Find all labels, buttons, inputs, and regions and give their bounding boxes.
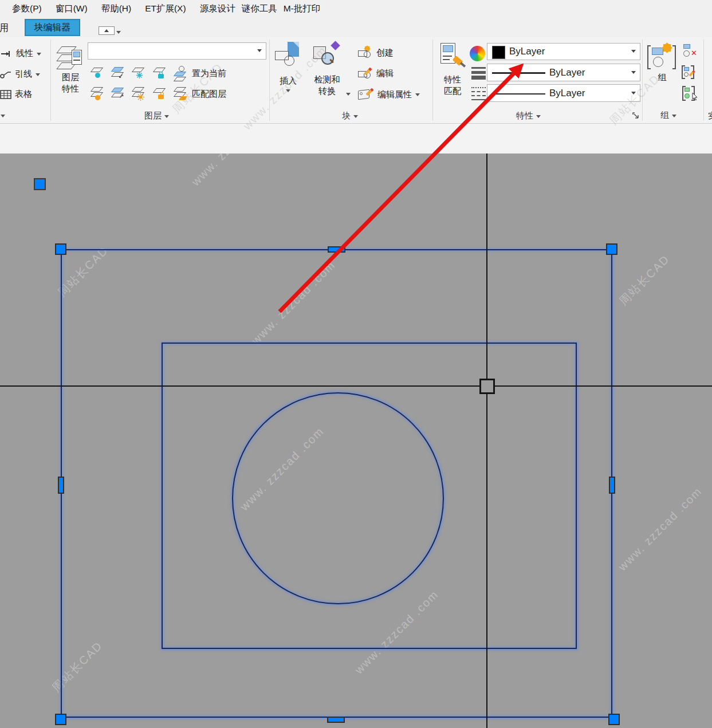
annotation-panel-chevron[interactable] <box>1 115 5 120</box>
layer-unlock-button[interactable] <box>153 86 169 103</box>
star-icon <box>331 41 340 50</box>
lineweight-icon[interactable] <box>471 66 486 80</box>
layer-panel-label[interactable]: 图层 <box>144 111 169 121</box>
table-label: 表格 <box>15 89 32 100</box>
grip-midpoint-left[interactable] <box>58 477 64 494</box>
menu-item-et-extension[interactable]: ET扩展(X) <box>145 3 186 15</box>
match-properties-button[interactable]: 特性匹配 <box>437 42 468 97</box>
watermark: www. zzzcad .com <box>189 154 278 188</box>
tab-block-editor[interactable]: 块编辑器 <box>25 19 80 36</box>
grip-corner-bottom-right[interactable] <box>608 714 620 725</box>
layer-freeze-button[interactable] <box>132 66 148 82</box>
crosshair-horizontal <box>0 385 712 387</box>
unlock-icon <box>158 95 164 99</box>
star-icon <box>663 44 671 52</box>
chevron-down-icon <box>631 92 636 97</box>
insert-block-icon <box>275 42 301 75</box>
table-button[interactable]: 表格 <box>0 89 32 100</box>
grip-corner-bottom-left[interactable] <box>55 714 66 725</box>
cursor-icon <box>692 93 698 100</box>
grip-midpoint-right[interactable] <box>609 477 615 494</box>
panel-separator <box>50 40 51 121</box>
menu-item-parameters[interactable]: 参数(P) <box>12 3 42 15</box>
linear-label: 线性 <box>16 48 33 59</box>
menu-item-window[interactable]: 窗口(W) <box>56 3 88 15</box>
minimize-ribbon-dropdown[interactable] <box>116 28 121 36</box>
collapse-icon <box>104 27 109 32</box>
layer-select-combo[interactable] <box>88 42 266 60</box>
group-edit-button[interactable] <box>682 65 698 80</box>
layer-properties-button[interactable]: 图层特性 <box>55 42 86 95</box>
match-layer-button[interactable]: 匹配图层 <box>192 89 226 100</box>
properties-panel-label[interactable]: 特性 <box>516 111 541 121</box>
edit-block-button[interactable]: 编辑 <box>358 67 394 80</box>
block-panel-label-text: 块 <box>342 111 351 121</box>
layer-properties-icon <box>57 42 84 72</box>
insert-block-button[interactable]: 插入 <box>274 42 302 95</box>
block-editor-canvas[interactable]: 周站长CAD www. zzzcad .com www. zzzcad .com… <box>0 154 712 728</box>
tab-home-partial[interactable]: 应用 <box>0 20 19 36</box>
panel-separator <box>432 40 433 121</box>
basepoint-marker[interactable] <box>34 178 46 190</box>
ungroup-button[interactable]: ✕ <box>682 44 698 59</box>
minimize-ribbon-button[interactable] <box>99 26 115 35</box>
sun-icon <box>137 93 144 101</box>
layer-isolate-button[interactable]: ↙ <box>111 66 127 82</box>
layer-unisolate-button[interactable]: ↗ <box>111 86 127 103</box>
menu-item-help[interactable]: 帮助(H) <box>101 3 132 15</box>
create-label: 创建 <box>376 48 394 58</box>
leader-button[interactable]: 引线 <box>0 69 40 80</box>
match-layer-icon-button[interactable] <box>174 86 190 103</box>
group-button[interactable]: 组 <box>647 43 677 83</box>
table-icon <box>0 90 11 99</box>
group-panel-label[interactable]: 组 <box>660 110 676 121</box>
grip-midpoint-bottom[interactable] <box>327 717 345 723</box>
group-selection-toggle-button[interactable] <box>682 86 698 102</box>
block-panel-label[interactable]: 块 <box>342 111 358 121</box>
layer-on-all-button[interactable] <box>91 86 107 103</box>
chevron-down-icon <box>116 31 121 36</box>
circle[interactable] <box>232 392 444 604</box>
layer-off-button[interactable] <box>91 66 107 82</box>
menu-item-batch-print[interactable]: M-批打印 <box>284 3 321 15</box>
match-properties-label: 特性匹配 <box>442 74 463 97</box>
layer-thaw-button[interactable] <box>132 86 148 103</box>
create-block-button[interactable]: 创建 <box>358 46 394 59</box>
set-current-button[interactable]: 置为当前 <box>192 68 226 79</box>
chevron-down-icon[interactable] <box>346 93 351 98</box>
menu-bar: 参数(P) 窗口(W) 帮助(H) ET扩展(X) 源泉设计 谜你工具 M-批打… <box>0 0 712 18</box>
linear-dimension-icon <box>1 50 13 57</box>
ribbon-lower-strip <box>0 124 712 154</box>
dialog-launcher-icon[interactable] <box>632 112 640 120</box>
lock-icon <box>158 74 164 78</box>
chevron-down-icon <box>353 115 358 120</box>
group-panel-label-text: 组 <box>660 110 669 121</box>
edit-attributes-icon <box>358 88 374 101</box>
linetype-icon[interactable] <box>471 86 486 101</box>
menu-item-mini-tools[interactable]: 谜你工具 <box>242 3 277 15</box>
crosshair-vertical <box>486 154 487 728</box>
menu-item-yuanquan-design[interactable]: 源泉设计 <box>200 3 235 15</box>
chevron-down-icon <box>415 93 420 99</box>
panel-separator <box>269 40 270 121</box>
ribbon: 周站长CAD www. zzzcad .com 周站长CAD 线性 引线 表格 … <box>0 37 712 124</box>
layer-lock-button[interactable] <box>153 66 169 82</box>
linear-dimension-button[interactable]: 线性 <box>1 48 41 59</box>
grip-midpoint-top[interactable] <box>328 246 345 253</box>
chevron-down-icon <box>286 89 290 95</box>
leader-label: 引线 <box>15 69 32 80</box>
set-current-label: 置为当前 <box>192 68 226 79</box>
detect-convert-button[interactable]: 检测和转换 <box>309 42 345 97</box>
grip-corner-top-right[interactable] <box>606 243 617 255</box>
make-current-icon-button[interactable] <box>174 66 190 82</box>
color-wheel-icon[interactable] <box>470 46 485 61</box>
lineweight-combo[interactable]: ByLayer <box>487 64 640 81</box>
create-block-icon <box>358 46 373 59</box>
properties-panel-label-text: 特性 <box>516 111 533 121</box>
color-combo[interactable]: ByLayer <box>487 43 640 60</box>
edit-attributes-button[interactable]: 编辑属性 <box>358 88 420 101</box>
linetype-combo[interactable]: ByLayer <box>487 84 640 102</box>
grip-corner-top-left[interactable] <box>55 243 66 255</box>
edit-attributes-label: 编辑属性 <box>377 89 412 100</box>
utilities-panel-label-partial: 实 <box>708 111 712 121</box>
